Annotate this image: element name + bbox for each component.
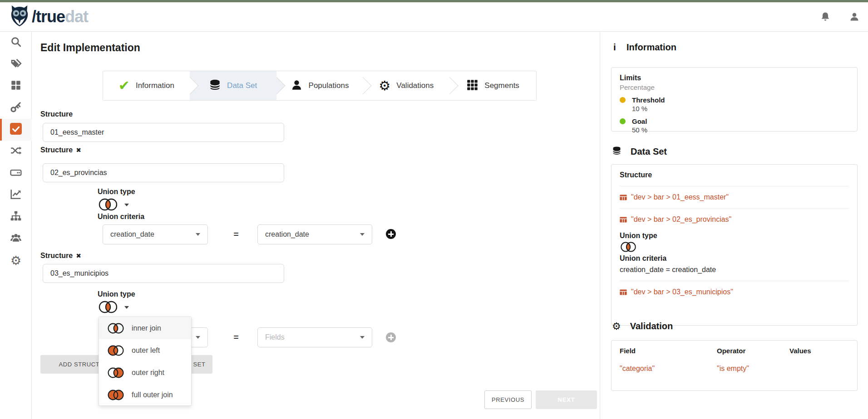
add-criteria-button[interactable]	[386, 229, 396, 239]
validation-operator-value: "is empty"	[717, 365, 789, 373]
dropdown-item-inner-join[interactable]: inner join	[99, 317, 191, 339]
union-criteria-summary-label: Union criteria	[620, 254, 849, 263]
bell-icon[interactable]	[820, 11, 831, 22]
tab-populations[interactable]: Populations	[276, 71, 363, 100]
tab-segments[interactable]: Segments	[449, 71, 536, 100]
gear-icon: ⚙	[379, 79, 390, 93]
previous-button[interactable]: PREVIOUS	[484, 390, 532, 409]
topbar: /truedat	[0, 2, 868, 32]
validation-col-values: Values	[789, 347, 849, 355]
sidebar-item-sources[interactable]	[0, 162, 32, 184]
page-title: Edit Implementation	[40, 42, 140, 54]
venn-inner-join-icon	[107, 322, 125, 334]
venn-outer-left-icon	[107, 345, 125, 356]
chevron-down-icon	[196, 336, 200, 339]
truedat-logo[interactable]: /truedat	[9, 5, 88, 29]
data-set-section-header: Data Set	[612, 146, 667, 157]
sidebar-item-search[interactable]	[0, 32, 32, 54]
database-icon	[612, 146, 621, 157]
info-panel: i Information Limits Percentage Threshol…	[600, 32, 868, 419]
divider	[620, 208, 849, 209]
information-card: Limits Percentage Threshold 10 % Goal 50…	[611, 67, 858, 132]
goal-label: Goal	[632, 117, 647, 125]
gear-icon: ⚙	[612, 322, 621, 331]
structure-label-1: Structure	[40, 110, 73, 118]
chevron-down-icon[interactable]	[124, 204, 129, 206]
sidebar-item-users[interactable]	[0, 228, 32, 249]
union1-left-field-select[interactable]: creation_date	[103, 224, 208, 244]
validation-section-header: ⚙ Validation	[612, 321, 673, 331]
sidebar-item-glossary[interactable]	[0, 54, 32, 75]
table-icon	[620, 217, 627, 223]
key-icon	[10, 101, 22, 115]
structure-link-3[interactable]: "dev > bar > 03_es_municipios"	[620, 288, 849, 296]
venn-outer-right-icon	[107, 367, 125, 379]
sitemap-icon	[10, 210, 22, 224]
sidebar-item-quality[interactable]	[0, 119, 32, 141]
add-criteria-button-disabled[interactable]	[386, 332, 396, 342]
brand-wordmark: /truedat	[32, 7, 88, 26]
limits-type: Percentage	[620, 83, 849, 91]
dropdown-item-outer-right[interactable]: outer right	[99, 361, 191, 384]
venn-inner-join-icon	[620, 241, 637, 253]
table-icon	[620, 289, 627, 295]
tags-icon	[10, 58, 22, 71]
union1-right-field-select[interactable]: creation_date	[257, 224, 372, 244]
main-content: Edit Implementation ✔ Information Data S…	[32, 32, 600, 419]
structure-summary-label: Structure	[620, 171, 849, 179]
equals-sign: =	[229, 332, 243, 342]
union-type-label-1: Union type	[98, 188, 135, 196]
chevron-down-icon[interactable]	[124, 306, 129, 309]
sidebar-item-settings[interactable]: ⚙	[0, 249, 32, 271]
validation-card: Field Operator Values "categoria" "is em…	[611, 340, 858, 391]
next-button[interactable]: NEXT	[536, 390, 597, 409]
sidebar-item-access[interactable]	[0, 97, 32, 119]
union-type-select-2[interactable]	[98, 300, 118, 314]
structure-link-1[interactable]: "dev > bar > 01_eess_master"	[620, 193, 849, 201]
check-square-icon	[10, 123, 22, 136]
dropdown-item-outer-left[interactable]: outer left	[99, 339, 191, 361]
validation-col-operator: Operator	[717, 347, 789, 355]
information-section-header: i Information	[612, 42, 676, 53]
structure-input-2[interactable]	[43, 163, 284, 182]
sidebar-item-taxonomy[interactable]	[0, 206, 32, 228]
union-criteria-value: creation_date = creation_date	[620, 266, 849, 274]
validation-field-value: "categoria"	[620, 365, 717, 373]
tab-data-set[interactable]: Data Set	[190, 71, 276, 100]
union-type-select-1[interactable]	[98, 198, 118, 211]
structure-link-2[interactable]: "dev > bar > 02_es_provincias"	[620, 215, 849, 224]
union-type-summary-label: Union type	[620, 232, 849, 240]
owl-logo-icon	[9, 5, 30, 29]
shuffle-icon	[10, 145, 22, 158]
dropdown-item-full-outer-join[interactable]: full outer join	[99, 384, 191, 406]
validation-col-field: Field	[620, 347, 717, 355]
union2-right-field-select[interactable]: Fields	[257, 327, 372, 347]
chevron-down-icon	[196, 233, 200, 236]
wizard-stepper: ✔ Information Data Set Populations ⚙ Val…	[103, 71, 537, 101]
divider	[620, 186, 849, 186]
sidebar-item-lineage[interactable]	[0, 141, 32, 162]
validation-values-value	[789, 365, 849, 373]
person-icon	[291, 79, 303, 93]
sidebar-item-dashboards[interactable]	[0, 184, 32, 206]
remove-structure-icon[interactable]: ✖	[76, 252, 81, 259]
threshold-value: 10 %	[632, 105, 849, 112]
chevron-down-icon	[360, 233, 365, 236]
structure-input-3[interactable]	[43, 264, 284, 283]
goal-dot	[620, 118, 626, 124]
structure-input-1[interactable]	[43, 123, 284, 142]
check-icon: ✔	[118, 79, 130, 93]
sidebar-item-catalog[interactable]	[0, 75, 32, 97]
remove-structure-icon[interactable]: ✖	[76, 146, 81, 154]
gear-icon: ⚙	[10, 254, 21, 267]
goal-value: 50 %	[632, 126, 849, 134]
info-icon: i	[612, 42, 617, 53]
tab-information[interactable]: ✔ Information	[103, 71, 190, 100]
union-type-label-2: Union type	[98, 290, 135, 298]
topbar-actions	[820, 11, 860, 22]
tab-validations[interactable]: ⚙ Validations	[363, 71, 449, 100]
search-icon	[10, 36, 22, 49]
threshold-label: Threshold	[632, 96, 665, 104]
structure-label-2: Structure✖	[40, 146, 81, 154]
user-icon[interactable]	[849, 11, 860, 22]
